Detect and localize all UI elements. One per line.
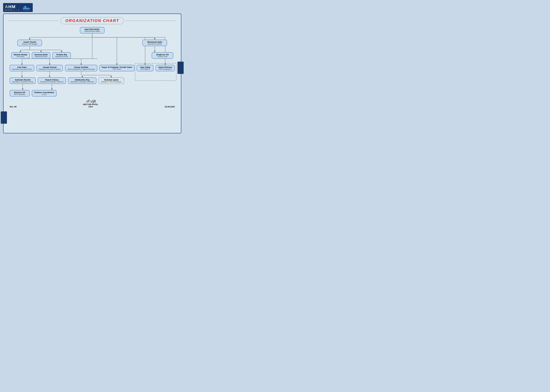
- node-finance: Anant Trivedi Finance / HR Manager: [17, 40, 42, 46]
- spacer-1: [8, 46, 176, 52]
- spacer-0: [8, 34, 176, 40]
- prabha-name: Prabha Raj: [55, 54, 68, 56]
- node-carl: Carl Patel Operations Executive (Ports): [10, 65, 34, 71]
- spacer-2: [8, 59, 176, 65]
- docctrl-name: Mohamed Salih: [145, 41, 165, 43]
- spacer-3: [8, 71, 176, 77]
- carl-name: Carl Patel: [12, 66, 32, 68]
- ceo-title: Chief Executive Officer: [82, 31, 102, 32]
- awaab-title: Operations Executive (Projects): [39, 68, 61, 70]
- rajesh-title: Operations Coordinator (Offshore): [40, 81, 64, 83]
- footer-sign-name: HECTOR PATEL: [83, 103, 98, 105]
- alaa-title: PRO (Admin): [139, 68, 151, 70]
- node-sushma: Sushma Barik Shipping Accounts: [32, 52, 50, 59]
- outdoor-name: Outdoor Coordinator: [34, 91, 54, 94]
- safiullah-name: Safiullah Rashid: [12, 79, 33, 81]
- svg-marker-4: [22, 9, 30, 11]
- signature-image: 𝒫𝒜𝓉𝓅: [83, 99, 98, 103]
- nilzeek-name: Nilzeek Nislad: [14, 54, 27, 56]
- row2-left: Nilzeek Nislad Accountant Sushma Barik S…: [11, 52, 71, 59]
- docctrl-title: Document Controller: [145, 43, 165, 45]
- row-1: Anant Trivedi Finance / HR Manager Moham…: [8, 40, 176, 46]
- row3-left: Carl Patel Operations Executive (Ports) …: [10, 65, 97, 71]
- abdulrehman-name: Abdul Rehman: [158, 66, 172, 68]
- logo-area: AHM MARINE L.L.C.: [3, 3, 181, 12]
- row-5: Basheer KP Port Coordinator Outdoor Coor…: [8, 90, 176, 97]
- ceo-name: HECTOR PATEL: [82, 28, 102, 31]
- node-awaab: Awaab Ahmed Operations Executive (Projec…: [36, 65, 63, 71]
- node-abdulrehman: Abdul Rehman PRO (Immigration): [156, 65, 175, 71]
- abdulrehman-title: PRO (Immigration): [158, 68, 172, 70]
- fayez-title: PRO (Ports): [102, 68, 132, 70]
- finance-name: Anant Trivedi: [20, 41, 40, 43]
- outdoor-title: (1,2,3): [34, 94, 54, 95]
- org-chart: HECTOR PATEL Chief Executive Officer Ana…: [8, 27, 176, 97]
- node-siddhartha: Siddhartha Roy Operations Coordinator (O…: [68, 77, 96, 84]
- footer: Rev. 08 𝒫𝒜𝓉𝓅 HECTOR PATEL CEO 03.08.2020: [8, 99, 176, 108]
- row-2: Nilzeek Nislad Accountant Sushma Barik S…: [8, 52, 176, 59]
- row-ceo: HECTOR PATEL Chief Executive Officer: [8, 27, 176, 34]
- logo-ship-icon: [22, 4, 31, 11]
- siddhartha-name: Siddhartha Roy: [70, 79, 94, 81]
- node-safiullah: Safiullah Rashid Operations Coordinator …: [10, 77, 36, 84]
- node-abdullah: Abdullah Qadar Operations / PRO Coordina…: [98, 77, 124, 84]
- prabha-title: Shipping Accounts: [55, 56, 68, 57]
- basheer-title: Port Coordinator: [12, 94, 27, 95]
- signature-block: 𝒫𝒜𝓉𝓅 HECTOR PATEL CEO: [83, 99, 98, 108]
- shajimon-name: Shajimon CN: [154, 54, 171, 56]
- finance-title: Finance / HR Manager: [20, 43, 40, 45]
- nilzeek-title: Accountant: [14, 56, 27, 57]
- node-shajimon: Shajimon CN Archives Clerk: [152, 52, 173, 59]
- corner-deco-right: [177, 62, 184, 74]
- node-outdoor: Outdoor Coordinator (1,2,3): [32, 90, 56, 97]
- carl-title: Operations Executive (Ports): [12, 68, 32, 70]
- row3-right: Fayez Al Chahabi / Farokh Sadri PRO (Por…: [99, 65, 175, 71]
- sushma-title: Shipping Accounts: [34, 56, 48, 57]
- sushma-name: Sushma Barik: [34, 54, 48, 56]
- logo-subtitle: MARINE L.L.C.: [5, 9, 21, 11]
- svg-rect-3: [25, 6, 26, 7]
- virasp-name: Virasp Vazifdar: [68, 66, 95, 68]
- abdullah-name: Abdullah Qadar: [101, 79, 122, 81]
- node-prabha: Prabha Raj Shipping Accounts: [52, 52, 71, 59]
- main-frame: ORGANIZATION CHART HECTOR PATEL Chief Ex…: [3, 14, 181, 133]
- node-nilzeek: Nilzeek Nislad Accountant: [11, 52, 30, 59]
- node-alaa: Alaa Sallaj PRO (Admin): [137, 65, 153, 71]
- corner-deco-left: [1, 112, 7, 124]
- chart-title-row: ORGANIZATION CHART: [8, 17, 176, 24]
- node-fayez: Fayez Al Chahabi / Farokh Sadri PRO (Por…: [99, 65, 134, 71]
- node-basheer: Basheer KP Port Coordinator: [10, 90, 30, 97]
- node-ceo: HECTOR PATEL Chief Executive Officer: [80, 27, 104, 34]
- awaab-name: Awaab Ahmed: [39, 66, 61, 68]
- svg-rect-0: [23, 8, 30, 9]
- shajimon-title: Archives Clerk: [154, 56, 171, 57]
- chart-title: ORGANIZATION CHART: [65, 18, 119, 23]
- footer-rev: Rev. 08: [10, 105, 17, 108]
- node-docctrl: Mohamed Salih Document Controller: [142, 40, 167, 46]
- rajesh-name: Rajesh Khiara: [40, 79, 64, 81]
- org-chart-wrapper: HECTOR PATEL Chief Executive Officer Ana…: [8, 27, 176, 97]
- spacer-4: [8, 84, 176, 90]
- safiullah-title: Operations Coordinator (Ports): [12, 81, 33, 83]
- footer-date: 03.08.2020: [165, 105, 175, 108]
- abdullah-title: Operations / PRO Coordinator: [101, 81, 122, 83]
- node-rajesh: Rajesh Khiara Operations Coordinator (Of…: [38, 77, 66, 84]
- row-3: Carl Patel Operations Executive (Ports) …: [8, 65, 176, 71]
- alaa-name: Alaa Sallaj: [139, 66, 151, 68]
- siddhartha-title: Operations Coordinator (Offshore): [70, 81, 94, 83]
- svg-rect-2: [24, 6, 25, 8]
- footer-sign-title: CEO: [83, 105, 98, 108]
- fayez-name: Fayez Al Chahabi / Farokh Sadri: [102, 66, 132, 68]
- virasp-title: Senior Operations & Logistics Executive: [68, 68, 95, 70]
- basheer-name: Basheer KP: [12, 91, 27, 94]
- node-virasp: Virasp Vazifdar Senior Operations & Logi…: [65, 65, 97, 71]
- row-4: Safiullah Rashid Operations Coordinator …: [8, 77, 176, 84]
